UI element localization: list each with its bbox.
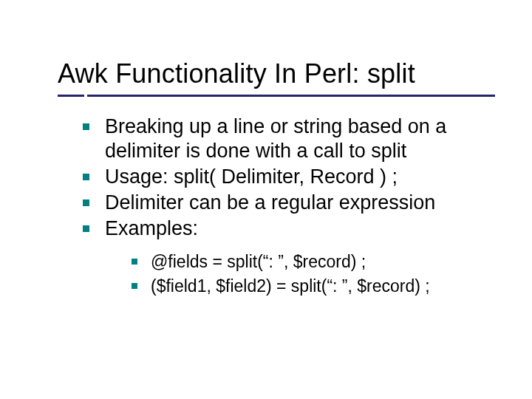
title-accent-long — [87, 95, 495, 97]
title-wrap: Awk Functionality In Perl: split — [58, 59, 502, 89]
title-accent-short — [58, 95, 84, 97]
bullet-list: Breaking up a line or string based on a … — [80, 115, 491, 298]
list-item: ($field1, $field2) = split(“: ”, $record… — [129, 276, 491, 297]
list-item: Breaking up a line or string based on a … — [80, 115, 491, 163]
bullet-text: Breaking up a line or string based on a … — [105, 115, 446, 162]
list-item: Usage: split( Delimiter, Record ) ; — [80, 165, 491, 189]
slide-title: Awk Functionality In Perl: split — [58, 59, 502, 89]
bullet-text: Delimiter can be a regular expression — [105, 191, 435, 214]
list-item: @fields = split(“: ”, $record) ; — [129, 251, 491, 273]
list-item: Examples: @fields = split(“: ”, $record)… — [80, 216, 491, 298]
example-text: ($field1, $field2) = split(“: ”, $record… — [151, 276, 430, 296]
bullet-text: Usage: split( Delimiter, Record ) ; — [105, 166, 398, 188]
slide-body: Breaking up a line or string based on a … — [80, 115, 491, 301]
example-list: @fields = split(“: ”, $record) ; ($field… — [129, 251, 491, 298]
list-item: Delimiter can be a regular expression — [80, 191, 491, 215]
slide: Awk Functionality In Perl: split Breakin… — [0, 0, 532, 399]
example-text: @fields = split(“: ”, $record) ; — [151, 252, 366, 271]
bullet-text: Examples: — [105, 217, 198, 239]
